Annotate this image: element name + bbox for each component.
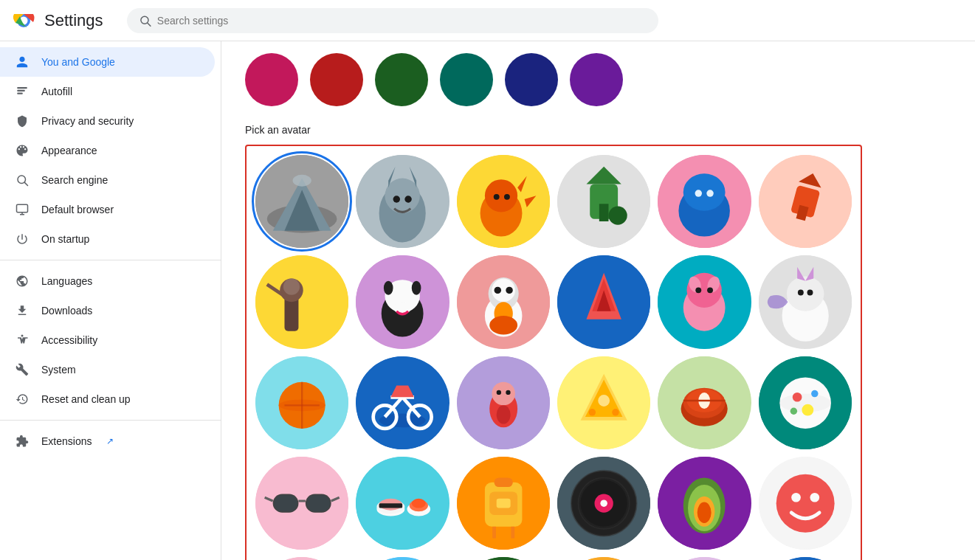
color-circle-6[interactable] (570, 53, 623, 106)
avatar-item-19[interactable] (255, 457, 348, 550)
svg-rect-147 (494, 477, 512, 487)
avatar-item-23[interactable] (658, 457, 751, 550)
sidebar-divider-2 (0, 420, 221, 421)
topbar: Settings (0, 0, 975, 41)
sidebar-item-reset[interactable]: Reset and clean up (0, 384, 215, 414)
avatar-item-24[interactable] (759, 457, 852, 550)
svg-rect-37 (599, 204, 609, 221)
sidebar-label-appearance: Appearance (41, 145, 97, 156)
sidebar-item-extensions[interactable]: Extensions ↗ (0, 426, 215, 456)
search-input[interactable] (157, 15, 647, 27)
color-circle-2[interactable] (310, 53, 363, 106)
avatar-item-5[interactable] (658, 155, 751, 248)
svg-point-107 (496, 405, 510, 424)
avatar-item-10[interactable] (557, 255, 650, 348)
sidebar-item-languages[interactable]: Languages (0, 266, 215, 296)
color-circle-5[interactable] (505, 53, 558, 106)
avatar-item-18[interactable] (759, 356, 852, 449)
main-layout: You and Google Autofill Privacy and secu… (0, 41, 975, 560)
svg-point-24 (393, 196, 400, 202)
svg-point-43 (695, 190, 702, 196)
svg-point-61 (384, 281, 393, 295)
sidebar-item-search-engine[interactable]: Search engine (0, 165, 215, 195)
avatar-item-16[interactable] (557, 356, 650, 449)
svg-point-31 (493, 194, 499, 200)
avatar-item-2[interactable] (356, 155, 449, 248)
sidebar-item-on-startup[interactable]: On startup (0, 224, 215, 254)
sidebar-label-privacy: Privacy and security (41, 115, 134, 127)
svg-point-81 (707, 288, 713, 294)
svg-point-165 (810, 493, 819, 502)
sidebar-item-privacy-security[interactable]: Privacy and security (0, 106, 215, 136)
sidebar-item-you-and-google[interactable]: You and Google (0, 47, 215, 77)
svg-point-52 (283, 279, 300, 295)
avatar-item-28[interactable] (557, 557, 650, 560)
svg-point-84 (787, 277, 824, 311)
avatar-item-27[interactable] (457, 557, 550, 560)
avatar-item-12[interactable] (759, 255, 852, 348)
system-icon (15, 362, 30, 377)
color-strip (245, 53, 862, 118)
avatar-item-8[interactable] (356, 255, 449, 348)
svg-point-111 (598, 395, 610, 407)
avatar-item-9[interactable] (457, 255, 550, 348)
avatar-section-title: Pick an avatar (245, 124, 862, 136)
avatar-section: Pick an avatar (245, 124, 862, 560)
search-engine-icon (15, 173, 30, 187)
svg-rect-6 (17, 90, 25, 91)
avatar-item-14[interactable] (356, 356, 449, 449)
avatar-item-30[interactable] (759, 557, 852, 560)
puzzle-icon (15, 434, 30, 449)
sidebar-item-system[interactable]: System (0, 355, 215, 384)
sidebar-item-downloads[interactable]: Downloads (0, 296, 215, 325)
search-icon (139, 14, 151, 27)
sidebar-item-appearance[interactable]: Appearance (0, 136, 215, 165)
avatar-item-11[interactable] (658, 255, 751, 348)
sidebar-item-default-browser[interactable]: Default browser (0, 195, 215, 224)
sidebar-label-downloads: Downloads (41, 305, 92, 317)
avatar-item-29[interactable] (658, 557, 751, 560)
svg-rect-139 (379, 503, 403, 508)
svg-point-127 (255, 457, 348, 550)
avatar-item-26[interactable] (356, 557, 449, 560)
avatar-item-13[interactable] (255, 356, 348, 449)
search-bar[interactable] (127, 8, 658, 33)
avatar-item-3[interactable] (457, 155, 550, 248)
svg-point-164 (791, 493, 801, 502)
avatar-grid-container (245, 145, 862, 560)
default-browser-icon (15, 202, 30, 217)
color-circle-3[interactable] (375, 53, 428, 106)
reset-icon (15, 392, 30, 407)
sidebar-divider-1 (0, 260, 221, 260)
shield-icon (15, 114, 30, 128)
avatar-item-4[interactable] (557, 155, 650, 248)
svg-point-123 (792, 393, 802, 402)
avatar-item-21[interactable] (457, 457, 550, 550)
avatar-item-7[interactable] (255, 255, 348, 348)
svg-point-13 (21, 335, 24, 337)
svg-point-40 (683, 173, 726, 211)
person-icon (15, 55, 30, 69)
globe-icon (15, 274, 30, 288)
svg-point-32 (504, 194, 510, 200)
sidebar-label-extensions: Extensions (41, 435, 92, 447)
sidebar-item-accessibility[interactable]: Accessibility (0, 325, 215, 355)
color-circle-1[interactable] (245, 53, 298, 106)
svg-point-166 (255, 557, 348, 560)
avatar-item-1[interactable] (255, 155, 348, 248)
avatar-grid (255, 155, 852, 560)
sidebar-item-autofill[interactable]: Autofill (0, 77, 215, 106)
avatar-item-17[interactable] (658, 356, 751, 449)
svg-point-105 (496, 390, 500, 394)
color-circle-4[interactable] (440, 53, 493, 106)
avatar-item-15[interactable] (457, 356, 550, 449)
avatar-item-22[interactable] (557, 457, 650, 550)
avatar-item-20[interactable] (356, 457, 449, 550)
svg-point-67 (494, 287, 500, 294)
avatar-item-25[interactable] (255, 557, 348, 560)
external-link-icon: ↗ (106, 436, 114, 446)
avatar-item-6[interactable] (759, 155, 852, 248)
svg-point-87 (798, 290, 804, 296)
svg-point-197 (759, 557, 852, 560)
sidebar-label-accessibility: Accessibility (41, 334, 97, 346)
